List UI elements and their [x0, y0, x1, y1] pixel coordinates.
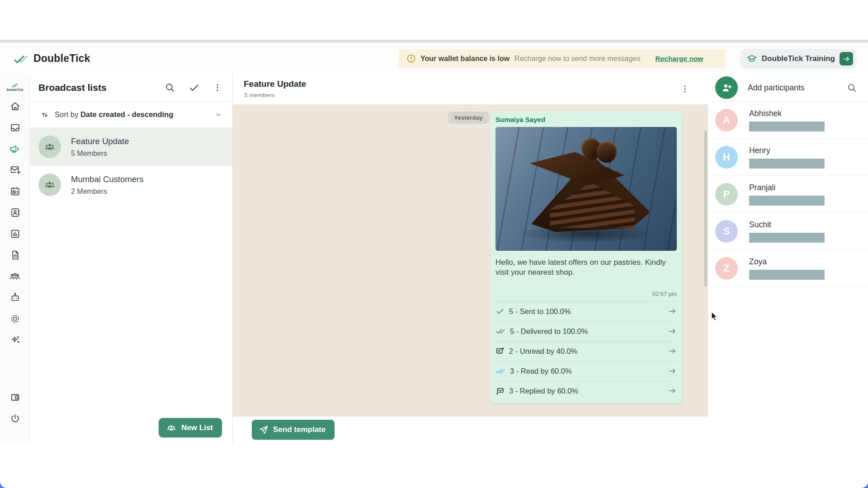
participant-phone-redacted: [749, 122, 825, 131]
select-check-icon[interactable]: [188, 82, 200, 93]
message-image-chocolate-cake[interactable]: [495, 127, 677, 251]
sent-check-icon: [495, 307, 505, 316]
broadcast-list-item-feature-update[interactable]: Feature Update 5 Members: [30, 128, 232, 166]
training-arrow-button[interactable]: [840, 52, 853, 66]
participant-phone-redacted: [749, 233, 825, 243]
send-template-button[interactable]: Send template: [252, 420, 335, 440]
stat-row-read[interactable]: 3 - Read by 60.0%: [495, 361, 677, 381]
arrow-right-icon: [668, 307, 677, 316]
group-people-icon: [43, 141, 56, 153]
doubletick-logo-icon: [14, 53, 28, 64]
participant-avatar: H: [715, 146, 738, 169]
participant-avatar: P: [715, 183, 738, 206]
chat-subtitle: 5 members: [244, 92, 275, 99]
chat-header: Feature Update 5 members: [233, 74, 708, 105]
arrow-right-icon: [668, 366, 677, 375]
chatbot-icon[interactable]: [4, 287, 26, 308]
participant-row[interactable]: H Henry: [708, 139, 868, 176]
person-plus-icon: [721, 82, 733, 94]
home-icon[interactable]: [4, 96, 26, 117]
stat-label: 3 - Replied by 60.0%: [509, 387, 578, 395]
arrow-right-icon: [843, 55, 850, 63]
new-message-icon[interactable]: [4, 160, 26, 181]
wallet-banner: Your wallet balance is low Recharge now …: [399, 49, 725, 68]
stat-label: 3 - Read by 60.0%: [510, 367, 572, 375]
chat-wallpaper: Yesterday Sumaiya Sayed Hello, we have l…: [233, 104, 708, 417]
inbox-icon[interactable]: [4, 117, 26, 138]
participants-header: Add participants: [708, 74, 868, 102]
unread-message-icon: [495, 347, 505, 356]
logout-power-icon[interactable]: [4, 408, 26, 429]
participants-title: Add participants: [748, 83, 837, 93]
search-icon[interactable]: [165, 82, 175, 93]
message-stats: 5 - Sent to 100.0% 5 - Delivered to 100.…: [495, 301, 677, 401]
list-members: 5 Members: [71, 150, 129, 158]
analytics-icon[interactable]: [4, 223, 26, 244]
participant-phone-redacted: [749, 159, 825, 169]
scheduled-icon[interactable]: [4, 181, 26, 202]
read-blue-double-check-icon: [495, 366, 505, 375]
broadcast-panel: Broadcast lists Sort by Date created - d…: [30, 74, 233, 443]
arrow-right-icon: [668, 327, 677, 336]
stat-row-delivered[interactable]: 5 - Delivered to 100.0%: [495, 321, 677, 341]
arrow-right-icon: [668, 347, 677, 356]
participant-row[interactable]: Z Zoya: [708, 250, 868, 287]
app-title: DoubleTick: [33, 52, 90, 65]
broadcast-list-item-mumbai-customers[interactable]: Mumbai Customers 2 Members: [30, 166, 232, 204]
paper-plane-icon: [259, 425, 269, 435]
rail-logo-label: DoubleTick: [7, 88, 24, 91]
recharge-now-link[interactable]: Recharge now: [655, 55, 703, 63]
contacts-icon[interactable]: [4, 202, 26, 223]
brand: DoubleTick: [14, 43, 90, 74]
send-template-label: Send template: [273, 425, 326, 434]
templates-icon[interactable]: [4, 244, 26, 266]
stat-row-sent[interactable]: 5 - Sent to 100.0%: [495, 301, 677, 321]
window-corner-right: [861, 481, 868, 488]
sort-arrows-icon: [40, 110, 49, 119]
participant-avatar: S: [715, 220, 738, 243]
group-people-icon: [43, 178, 56, 191]
sort-prefix: Sort by: [55, 110, 78, 118]
delivered-double-check-icon: [495, 327, 505, 336]
participant-name: Abhishek: [749, 109, 825, 118]
participant-row[interactable]: P Pranjali: [708, 176, 868, 213]
stat-row-replied[interactable]: 3 - Replied by 60.0%: [495, 381, 677, 401]
participants-search-icon[interactable]: [847, 83, 857, 93]
stat-label: 5 - Delivered to 100.0%: [510, 327, 588, 336]
new-list-button[interactable]: New List: [159, 418, 222, 437]
chevron-down-icon: [214, 111, 222, 119]
message-text: Hello, we have latest offers on our past…: [495, 258, 673, 278]
participant-row[interactable]: S Suchit: [708, 213, 868, 250]
kebab-menu-icon[interactable]: [212, 82, 222, 93]
chat-area: Feature Update 5 members Yesterday Sumai…: [233, 74, 708, 443]
rail-logo[interactable]: DoubleTick: [3, 77, 27, 96]
arrow-right-icon: [668, 386, 677, 395]
app-window: DoubleTick Your wallet balance is low Re…: [0, 43, 868, 443]
participant-avatar: Z: [715, 257, 738, 280]
message-time: 02:57 pm: [495, 291, 677, 297]
participant-row[interactable]: A Abhishek: [708, 102, 868, 139]
broadcast-panel-title: Broadcast lists: [38, 82, 165, 93]
add-participants-button[interactable]: [715, 76, 738, 99]
side-panel-icon[interactable]: [4, 387, 26, 408]
warning-icon: [407, 54, 415, 63]
window-corner-left: [0, 481, 7, 488]
list-name: Mumbai Customers: [71, 174, 143, 184]
broadcast-icon[interactable]: [4, 138, 26, 160]
participant-name: Suchit: [749, 220, 825, 230]
chat-kebab-menu-icon[interactable]: [680, 84, 690, 94]
people-icon: [166, 422, 177, 433]
graduation-cap-icon: [746, 53, 757, 64]
team-icon[interactable]: [4, 266, 26, 287]
chat-scrollbar[interactable]: [704, 131, 707, 286]
participant-name: Zoya: [749, 257, 825, 267]
sort-dropdown[interactable]: Sort by Date created - descending: [30, 102, 232, 128]
settings-icon[interactable]: [4, 308, 26, 329]
participant-name: Henry: [749, 146, 825, 155]
stat-row-unread[interactable]: 2 - Unread by 40.0%: [495, 341, 677, 361]
participant-avatar: A: [715, 109, 738, 131]
training-button[interactable]: DoubleTick Training: [740, 49, 857, 69]
left-icon-rail: DoubleTick: [0, 74, 30, 443]
chat-footer: Send template: [233, 417, 708, 443]
ai-tools-icon[interactable]: [4, 329, 26, 351]
